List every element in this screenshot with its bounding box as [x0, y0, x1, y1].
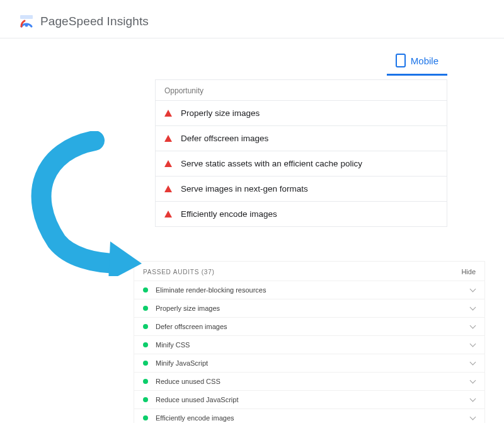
warning-triangle-icon: [164, 211, 172, 217]
passed-audits-title: PASSED AUDITS (37): [143, 269, 215, 275]
opportunity-item[interactable]: Defer offscreen images: [156, 125, 447, 151]
opportunity-item[interactable]: Serve images in next-gen formats: [156, 176, 447, 201]
chevron-down-icon: [471, 397, 476, 402]
opportunity-item-label: Efficiently encode images: [181, 209, 277, 219]
passed-audits-header: PASSED AUDITS (37) Hide: [134, 262, 484, 281]
chevron-down-icon: [471, 361, 476, 366]
passed-audit-item[interactable]: Efficiently encode images: [134, 409, 484, 423]
opportunity-section-title: Opportunity: [156, 80, 447, 100]
pass-indicator-icon: [143, 415, 148, 420]
chevron-down-icon: [471, 415, 476, 420]
svg-point-1: [25, 24, 28, 27]
opportunity-item[interactable]: Properly size images: [156, 100, 447, 125]
passed-audit-label: Reduce unused CSS: [156, 378, 471, 385]
pass-indicator-icon: [143, 342, 148, 347]
mobile-icon: [396, 54, 406, 67]
passed-audit-item[interactable]: Reduce unused CSS: [134, 372, 484, 390]
pagespeed-logo-icon: [19, 14, 34, 29]
passed-audits-panel: PASSED AUDITS (37) Hide Eliminate render…: [134, 261, 485, 423]
warning-triangle-icon: [164, 160, 172, 167]
chevron-down-icon: [471, 379, 476, 384]
passed-audit-label: Minify CSS: [156, 341, 471, 349]
passed-audit-item[interactable]: Reduce unused JavaScript: [134, 390, 484, 409]
chevron-down-icon: [471, 324, 476, 329]
opportunity-item[interactable]: Efficiently encode images: [156, 201, 447, 226]
pass-indicator-icon: [143, 379, 148, 384]
app-title: PageSpeed Insights: [40, 14, 149, 28]
opportunity-item-label: Serve static assets with an efficient ca…: [181, 159, 362, 168]
chevron-down-icon: [471, 287, 476, 293]
chevron-down-icon: [471, 342, 476, 347]
passed-audit-label: Efficiently encode images: [156, 414, 471, 422]
passed-audit-item[interactable]: Eliminate render-blocking resources: [134, 281, 484, 299]
passed-audit-label: Reduce unused JavaScript: [156, 396, 471, 403]
tab-label: Mobile: [411, 55, 438, 66]
pass-indicator-icon: [143, 306, 148, 311]
passed-audit-label: Eliminate render-blocking resources: [156, 286, 471, 294]
passed-audit-item[interactable]: Defer offscreen images: [134, 317, 484, 335]
opportunity-item-label: Properly size images: [181, 108, 260, 118]
hide-button[interactable]: Hide: [461, 268, 476, 275]
opportunity-item-label: Defer offscreen images: [181, 134, 268, 143]
passed-audit-item[interactable]: Minify JavaScript: [134, 354, 484, 372]
opportunity-item[interactable]: Serve static assets with an efficient ca…: [156, 151, 447, 176]
pass-indicator-icon: [143, 287, 148, 293]
passed-audit-label: Minify JavaScript: [156, 359, 471, 367]
passed-audit-item[interactable]: Properly size images: [134, 299, 484, 317]
tab-mobile[interactable]: Mobile: [387, 50, 447, 76]
opportunity-item-label: Serve images in next-gen formats: [181, 184, 308, 194]
svg-rect-0: [20, 15, 33, 19]
tab-bar: Mobile: [0, 50, 504, 76]
warning-triangle-icon: [164, 110, 172, 117]
chevron-down-icon: [471, 306, 476, 311]
passed-audit-item[interactable]: Minify CSS: [134, 335, 484, 354]
app-header: PageSpeed Insights: [0, 0, 504, 38]
opportunity-panel: Opportunity Properly size images Defer o…: [155, 79, 447, 227]
pass-indicator-icon: [143, 397, 148, 402]
warning-triangle-icon: [164, 135, 172, 142]
pass-indicator-icon: [143, 324, 148, 329]
warning-triangle-icon: [164, 185, 172, 192]
pass-indicator-icon: [143, 361, 148, 366]
curved-arrow-icon: [19, 131, 145, 276]
passed-audit-label: Defer offscreen images: [156, 323, 471, 330]
passed-audit-label: Properly size images: [156, 304, 471, 312]
